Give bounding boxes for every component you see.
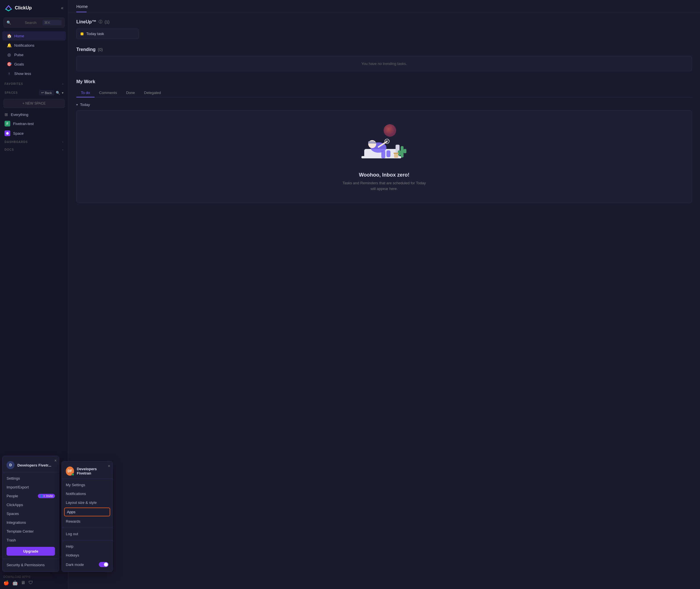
trending-empty-message: You have no trending tasks. (76, 56, 692, 71)
menu-item-trash[interactable]: Trash (3, 536, 59, 545)
favorites-chevron-icon: › (62, 82, 63, 85)
user-menu-item-hotkeys[interactable]: Hotkeys (62, 551, 112, 560)
tab-delegated[interactable]: Delegated (140, 88, 166, 97)
space-label: Space (13, 131, 24, 136)
hotkeys-label: Hotkeys (66, 553, 79, 557)
download-apps-label: DOWNLOAD APPS: (3, 575, 31, 578)
workspace-menu-avatar: D (7, 461, 15, 469)
upgrade-button[interactable]: Upgrade (7, 547, 55, 556)
online-status-dot (72, 473, 74, 476)
lineup-title: LineUp™ (76, 19, 96, 24)
workspace-menu-header: D Developers Fivetr... (3, 458, 59, 472)
my-work-label: My Work (76, 79, 95, 84)
desktop-icon[interactable]: 🖥 (21, 580, 26, 586)
search-bar[interactable]: 🔍 Search ⌘K (3, 18, 65, 28)
tab-done-label: Done (126, 90, 135, 95)
integrations-label: Integrations (7, 520, 26, 525)
user-menu-item-layout[interactable]: Layout size & style (62, 498, 112, 507)
space-item-space[interactable]: ⬟ Space (0, 129, 68, 138)
dark-mode-toggle[interactable] (99, 562, 108, 567)
favorites-label: FAVORITES (5, 82, 23, 85)
back-button[interactable]: ↩ Back (39, 90, 54, 95)
nav-pulse-label: Pulse (14, 53, 24, 57)
collapse-sidebar-button[interactable]: « (61, 5, 63, 11)
new-space-button[interactable]: + NEW SPACE (3, 99, 65, 108)
menu-item-template-center[interactable]: Template Center (3, 527, 59, 536)
svg-rect-14 (401, 146, 404, 158)
space-icon: ⬟ (5, 131, 10, 136)
svg-rect-16 (404, 149, 406, 153)
tab-todo[interactable]: To do (76, 88, 94, 97)
nav-item-notifications[interactable]: 🔔 Notifications (2, 41, 66, 50)
today-header[interactable]: ▾ Today (76, 103, 692, 107)
space-item-everything[interactable]: ⊞ Everything (0, 110, 68, 119)
menu-item-clickapps[interactable]: ClickApps (3, 501, 59, 509)
people-label: People (7, 494, 18, 498)
user-menu-divider-2 (62, 540, 112, 540)
docs-section[interactable]: DOCS › (0, 146, 68, 154)
spaces-actions: ↩ Back 🔍 ▾ (39, 90, 63, 95)
lineup-section-title: LineUp™ ⓘ (1) (76, 19, 692, 24)
today-task-card[interactable]: Today task (76, 28, 139, 39)
user-menu-item-apps[interactable]: Apps (64, 508, 110, 516)
user-menu-item-logout[interactable]: Log out (62, 530, 112, 538)
user-menu-item-my-settings[interactable]: My Settings (62, 480, 112, 489)
inbox-zero-svg (353, 122, 416, 168)
trending-count: (0) (98, 47, 103, 52)
nav-item-show-less[interactable]: ↑ Show less (2, 69, 66, 78)
menu-item-security[interactable]: Security & Permissions (3, 561, 59, 569)
space-item-fivetran[interactable]: F Fivetran-test (0, 119, 68, 129)
tab-done[interactable]: Done (122, 88, 140, 97)
user-menu-divider-1 (62, 528, 112, 528)
svg-rect-18 (394, 153, 399, 154)
space-everything-label: Everything (11, 113, 28, 117)
menu-item-people[interactable]: People 👤+ Invite (3, 492, 59, 501)
apple-icon[interactable]: 🍎 (3, 580, 9, 586)
my-work-title: My Work (76, 79, 692, 84)
workspace-menu-title: Developers Fivetr... (17, 463, 51, 467)
today-section: ▾ Today (76, 103, 692, 203)
tab-delegated-label: Delegated (144, 90, 161, 95)
docs-label: DOCS (5, 148, 14, 151)
trash-label: Trash (7, 538, 16, 542)
nav-item-home[interactable]: 🏠 Home (2, 31, 66, 40)
user-menu-avatar-label: DF (67, 469, 72, 473)
spaces-header: SPACES ↩ Back 🔍 ▾ (0, 88, 68, 98)
inbox-zero-title: Woohoo, Inbox zero! (359, 172, 410, 178)
shield-icon[interactable]: 🛡 (28, 580, 33, 586)
menu-item-import-export[interactable]: Import/Export (3, 483, 59, 492)
user-menu-item-rewards[interactable]: Rewards (62, 517, 112, 526)
spaces-chevron-icon[interactable]: ▾ (62, 91, 63, 95)
android-icon[interactable]: 🤖 (12, 580, 18, 586)
menu-divider (3, 559, 59, 559)
arrow-up-icon: ↑ (7, 71, 11, 76)
sidebar-header: ClickUp « (0, 0, 68, 16)
favorites-section[interactable]: FAVORITES › (0, 80, 68, 88)
spaces-search-icon[interactable]: 🔍 (56, 91, 60, 95)
tab-comments[interactable]: Comments (94, 88, 122, 97)
user-menu-close-button[interactable]: × (108, 464, 110, 468)
task-dot (80, 32, 83, 35)
dashboards-chevron-icon: › (62, 141, 63, 144)
user-menu-item-notifications[interactable]: Notifications (62, 489, 112, 498)
menu-item-spaces[interactable]: Spaces (3, 509, 59, 518)
svg-rect-17 (394, 153, 398, 158)
apps-label: Apps (67, 510, 75, 514)
menu-item-settings[interactable]: Settings (3, 474, 59, 483)
nav-item-pulse[interactable]: ◎ Pulse (2, 50, 66, 59)
user-menu-avatar: DF (66, 466, 74, 476)
tab-todo-label: To do (81, 90, 90, 95)
nav-item-goals[interactable]: 🎯 Goals (2, 59, 66, 69)
inbox-subtitle-line1: Tasks and Reminders that are scheduled f… (342, 181, 426, 185)
workspace-menu-close-button[interactable]: × (54, 458, 57, 463)
inbox-zero-card: Woohoo, Inbox zero! Tasks and Reminders … (76, 110, 692, 203)
settings-label: Settings (7, 476, 20, 480)
dark-mode-toggle-row[interactable]: Dark mode (62, 560, 112, 569)
search-shortcut: ⌘K (43, 20, 61, 25)
dashboards-section[interactable]: DASHBOARDS › (0, 138, 68, 146)
trending-title: Trending (0) (76, 47, 692, 52)
user-notifications-label: Notifications (66, 492, 86, 496)
user-menu-item-help[interactable]: Help (62, 542, 112, 551)
menu-item-integrations[interactable]: Integrations (3, 518, 59, 527)
tab-comments-label: Comments (99, 90, 117, 95)
